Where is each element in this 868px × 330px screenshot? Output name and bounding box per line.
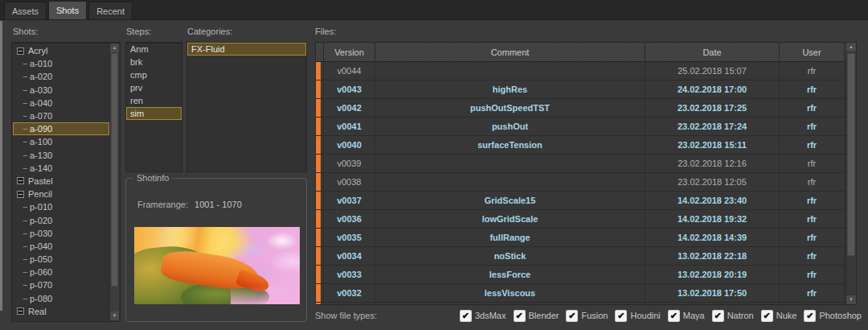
file-row[interactable]: v0041 pushOut 23.02.2018 17:24 rfr bbox=[316, 118, 856, 136]
comment-column-header[interactable]: Comment bbox=[375, 43, 645, 61]
file-row[interactable]: v0036 lowGridScale 14.02.2018 19:32 rfr bbox=[316, 210, 856, 229]
scrollbar-thumb[interactable] bbox=[847, 53, 855, 256]
tree-branch-icon[interactable] bbox=[17, 191, 24, 198]
shot-tree-item[interactable]: − a-030 bbox=[13, 84, 109, 97]
file-user: rfr bbox=[780, 192, 845, 209]
shot-tree-item[interactable]: − a-130 bbox=[13, 149, 109, 162]
filetype-checkbox-item[interactable]: Natron bbox=[712, 310, 754, 322]
shot-tree-item[interactable]: − p-050 bbox=[13, 253, 109, 266]
filetype-checkbox-item[interactable]: 3dsMax bbox=[460, 310, 506, 322]
filetype-filter-bar: Show file types: 3dsMax Blender Fusion bbox=[315, 307, 862, 324]
scrollbar-thumb[interactable] bbox=[111, 53, 118, 287]
step-name: cmp bbox=[130, 70, 147, 80]
shotinfo-groupbox: Shotinfo Framerange: 1001 - 1070 bbox=[125, 178, 307, 322]
filetype-checkbox-item[interactable]: Fusion bbox=[566, 310, 608, 322]
filetype-checkbox-item[interactable]: Maya bbox=[668, 310, 705, 322]
shot-tree-item[interactable]: − p-020 bbox=[13, 213, 109, 226]
version-indicator-bar bbox=[316, 210, 324, 228]
scroll-down-icon[interactable]: ▼ bbox=[846, 295, 856, 304]
checkbox-icon[interactable] bbox=[514, 310, 526, 322]
tree-branch-icon[interactable] bbox=[17, 47, 24, 55]
shots-scrollbar[interactable]: ▲ ▼ bbox=[109, 43, 119, 320]
filetype-checkbox-item[interactable]: Blender bbox=[514, 310, 559, 322]
filetype-label: Fusion bbox=[581, 311, 608, 320]
tree-branch-icon[interactable] bbox=[17, 177, 24, 184]
shot-tree-item[interactable]: − a-040 bbox=[13, 97, 109, 109]
file-row[interactable]: v0042 pushOutSpeedTST 23.02.2018 17:25 r… bbox=[316, 99, 856, 118]
shot-name: a-040 bbox=[30, 98, 52, 108]
shots-tree-list: − Acryl − a-010 − a-020 − bbox=[11, 42, 121, 322]
shot-tree-item[interactable]: − p-070 bbox=[13, 278, 109, 291]
shot-tree-item[interactable]: − BLK(Acryl) bbox=[13, 318, 109, 322]
tree-branch-icon[interactable] bbox=[17, 321, 24, 322]
tree-leaf-dash-icon: − bbox=[23, 267, 30, 277]
shot-tree-item[interactable]: − p-040 bbox=[13, 240, 109, 253]
shot-tree-item[interactable]: − a-020 bbox=[13, 70, 109, 83]
tab[interactable]: Recent bbox=[88, 2, 133, 19]
scroll-up-icon[interactable]: ▲ bbox=[846, 43, 856, 52]
user-column-header[interactable]: User bbox=[780, 43, 845, 61]
framerange-value: 1001 - 1070 bbox=[194, 200, 242, 209]
shot-tree-item[interactable]: − a-100 bbox=[13, 135, 109, 148]
file-comment: pushOut bbox=[375, 118, 645, 135]
filetype-checkbox-item[interactable]: Nuke bbox=[761, 310, 797, 322]
tree-branch-icon[interactable] bbox=[17, 307, 24, 315]
shot-name: Real bbox=[28, 307, 47, 316]
tree-leaf-dash-icon: − bbox=[23, 72, 30, 81]
tab[interactable]: Shots bbox=[48, 1, 87, 19]
shot-tree-item[interactable]: − Real bbox=[13, 305, 109, 318]
file-row[interactable]: v0043 highRes 24.02.2018 17:00 rfr bbox=[316, 80, 856, 99]
file-date: 14.02.2018 23:40 bbox=[645, 192, 780, 209]
shot-tree-item[interactable]: − p-080 bbox=[13, 292, 109, 305]
file-user: rfr bbox=[780, 99, 845, 117]
shot-name: p-040 bbox=[30, 241, 52, 251]
shot-tree-item[interactable]: − a-140 bbox=[13, 162, 109, 175]
shot-tree-item[interactable]: − a-090 bbox=[13, 122, 109, 135]
checkbox-icon[interactable] bbox=[761, 310, 773, 322]
step-item[interactable]: brk bbox=[126, 56, 182, 68]
file-row[interactable]: v0044 25.02.2018 15:07 rfr bbox=[316, 62, 856, 80]
file-row[interactable]: v0037 GridScale15 14.02.2018 23:40 rfr bbox=[316, 192, 856, 210]
checkbox-icon[interactable] bbox=[804, 310, 816, 322]
filetype-label: 3dsMax bbox=[475, 311, 506, 320]
version-column-header[interactable]: Version bbox=[324, 43, 375, 61]
shot-tree-item[interactable]: − Acryl bbox=[13, 44, 109, 57]
shot-tree-item[interactable]: − p-010 bbox=[13, 200, 109, 213]
checkbox-icon[interactable] bbox=[460, 310, 472, 322]
scroll-up-icon[interactable]: ▲ bbox=[110, 43, 119, 52]
filetype-checkbox-item[interactable]: Photoshop bbox=[804, 310, 862, 322]
indicator-column-header[interactable] bbox=[316, 43, 324, 61]
filetype-checkbox-item[interactable]: Houdini bbox=[615, 310, 660, 322]
category-item[interactable]: FX-Fluid bbox=[187, 43, 306, 56]
step-item[interactable]: prv bbox=[126, 81, 182, 94]
shot-tree-item[interactable]: − Pastel bbox=[13, 175, 109, 188]
file-row[interactable]: v0035 fullRange 14.02.2018 14:39 rfr bbox=[316, 229, 856, 247]
file-row[interactable]: v0039 23.02.2018 12:16 rfr bbox=[316, 155, 856, 173]
checkbox-icon[interactable] bbox=[615, 310, 627, 322]
file-date: 23.02.2018 17:24 bbox=[645, 118, 780, 135]
scroll-down-icon[interactable]: ▼ bbox=[110, 311, 119, 320]
step-item[interactable]: cmp bbox=[126, 68, 182, 81]
step-item[interactable]: Anm bbox=[126, 43, 182, 56]
file-row[interactable]: v0032 lessViscous 13.02.2018 17:50 rfr bbox=[316, 284, 856, 303]
shot-tree-item[interactable]: − a-070 bbox=[13, 109, 109, 122]
checkbox-icon[interactable] bbox=[668, 310, 680, 322]
date-column-header[interactable]: Date bbox=[645, 43, 780, 61]
shot-tree-item[interactable]: − p-030 bbox=[13, 227, 109, 240]
file-row[interactable]: v0040 surfaceTension 23.02.2018 15:11 rf… bbox=[316, 136, 856, 155]
step-item[interactable]: ren bbox=[126, 94, 182, 107]
tab[interactable]: Assets bbox=[4, 2, 47, 19]
file-row[interactable]: v0034 noStick 13.02.2018 22:18 rfr bbox=[316, 247, 856, 266]
checkbox-icon[interactable] bbox=[712, 310, 724, 322]
file-row[interactable]: v0031 moreViscous 13.02.2018 16:59 rfr bbox=[316, 303, 856, 305]
shot-tree-item[interactable]: − p-060 bbox=[13, 266, 109, 278]
shot-tree-item[interactable]: − a-010 bbox=[13, 57, 109, 70]
file-row[interactable]: v0038 23.02.2018 12:05 rfr bbox=[316, 173, 856, 192]
files-scrollbar[interactable]: ▲ ▼ bbox=[845, 43, 856, 304]
checkbox-icon[interactable] bbox=[566, 310, 578, 322]
file-row[interactable]: v0033 lessForce 13.02.2018 20:19 rfr bbox=[316, 266, 856, 284]
file-date: 13.02.2018 20:19 bbox=[645, 266, 780, 283]
shot-tree-item[interactable]: − Pencil bbox=[13, 188, 109, 200]
step-item[interactable]: sim bbox=[126, 107, 182, 120]
file-version: v0041 bbox=[324, 118, 375, 135]
